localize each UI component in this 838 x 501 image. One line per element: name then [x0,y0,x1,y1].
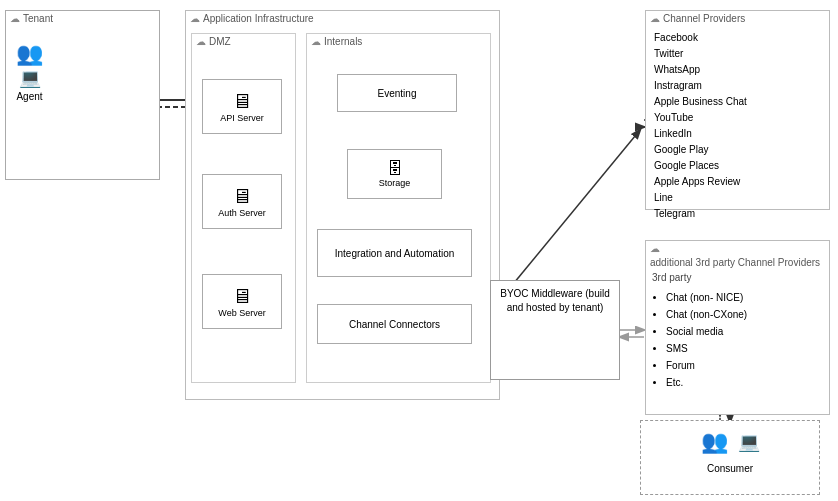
consumer-content: 👥 💻 [641,421,819,463]
diagram: ☁ Tenant 👥 💻 Agent ☁ Application Infrast… [0,0,838,501]
api-server-box: 🖥 API Server [202,79,282,134]
api-server-label: API Server [220,113,264,123]
web-server-label: Web Server [218,308,265,318]
app-infra-label: Application Infrastructure [203,13,314,24]
storage-box: 🗄 Storage [347,149,442,199]
list-item: Chat (non-CXone) [666,306,821,323]
channel-providers-list: Facebook Twitter WhatsApp Instragram App… [646,26,829,226]
additional-providers-label: additional 3rd party Channel Providers [650,257,820,268]
additional-providers-box: ☁ additional 3rd party Channel Providers… [645,240,830,415]
internals-label: Internals [324,36,362,47]
tenant-label: Tenant [23,13,53,24]
consumer-person-icon: 👥 [701,429,728,455]
consumer-laptop-icon: 💻 [738,431,760,453]
additional-providers-list: Chat (non- NICE) Chat (non-CXone) Social… [646,285,829,395]
svg-line-12 [500,130,640,300]
tenant-box: ☁ Tenant 👥 💻 Agent [5,10,160,180]
list-item: Etc. [666,374,821,391]
list-item: Google Play [654,142,821,158]
storage-label: Storage [379,178,411,188]
additional-providers-title: ☁ additional 3rd party Channel Providers [646,241,829,270]
cloud-icon-channels: ☁ [650,13,660,24]
list-item: Forum [666,357,821,374]
agent-area: 👥 💻 Agent [16,41,43,102]
channel-connectors-label: Channel Connectors [349,319,440,330]
byoc-box: BYOC Middleware (build and hosted by ten… [490,280,620,380]
eventing-box: Eventing [337,74,457,112]
cloud-icon-additional: ☁ [650,243,660,254]
integration-box: Integration and Automation [317,229,472,277]
list-item: Social media [666,323,821,340]
cloud-icon-app-infra: ☁ [190,13,200,24]
third-party-label: 3rd party [646,270,829,285]
list-item: Facebook [654,30,821,46]
cloud-icon-tenant: ☁ [10,13,20,24]
consumer-label: Consumer [641,463,819,474]
list-item: WhatsApp [654,62,821,78]
agent-label: Agent [16,91,43,102]
tenant-title: ☁ Tenant [6,11,159,26]
storage-icon: 🗄 [387,160,403,178]
web-server-box: 🖥 Web Server [202,274,282,329]
list-item: YouTube [654,110,821,126]
list-item: Google Places [654,158,821,174]
web-server-icon: 🖥 [232,285,252,308]
internals-title: ☁ Internals [307,34,490,49]
list-item: SMS [666,340,821,357]
list-item: Apple Business Chat [654,94,821,110]
channel-providers-title: ☁ Channel Providers [646,11,829,26]
cloud-icon-dmz: ☁ [196,36,206,47]
byoc-label: BYOC Middleware (build and hosted by ten… [491,281,619,321]
list-item: Instragram [654,78,821,94]
dmz-box: ☁ DMZ 🖥 API Server 🖥 Auth Server 🖥 Web S… [191,33,296,383]
auth-server-label: Auth Server [218,208,266,218]
auth-server-box: 🖥 Auth Server [202,174,282,229]
channel-providers-label: Channel Providers [663,13,745,24]
channel-connectors-box: Channel Connectors [317,304,472,344]
list-item: LinkedIn [654,126,821,142]
consumer-box: 👥 💻 Consumer [640,420,820,495]
integration-label: Integration and Automation [335,248,455,259]
app-infra-title: ☁ Application Infrastructure [186,11,499,26]
list-item: Chat (non- NICE) [666,289,821,306]
cloud-icon-internals: ☁ [311,36,321,47]
dmz-label: DMZ [209,36,231,47]
eventing-label: Eventing [378,88,417,99]
api-server-icon: 🖥 [232,90,252,113]
internals-box: ☁ Internals Eventing 🗄 Storage Integrati… [306,33,491,383]
agent-person-icon: 👥 [16,41,43,67]
list-item: Apple Apps Review [654,174,821,190]
channel-providers-box: ☁ Channel Providers Facebook Twitter Wha… [645,10,830,210]
list-item: Twitter [654,46,821,62]
app-infra-box: ☁ Application Infrastructure ☁ DMZ 🖥 API… [185,10,500,400]
auth-server-icon: 🖥 [232,185,252,208]
list-item: Line [654,190,821,206]
list-item: Telegram [654,206,821,222]
dmz-title: ☁ DMZ [192,34,295,49]
agent-laptop-icon: 💻 [19,68,41,88]
